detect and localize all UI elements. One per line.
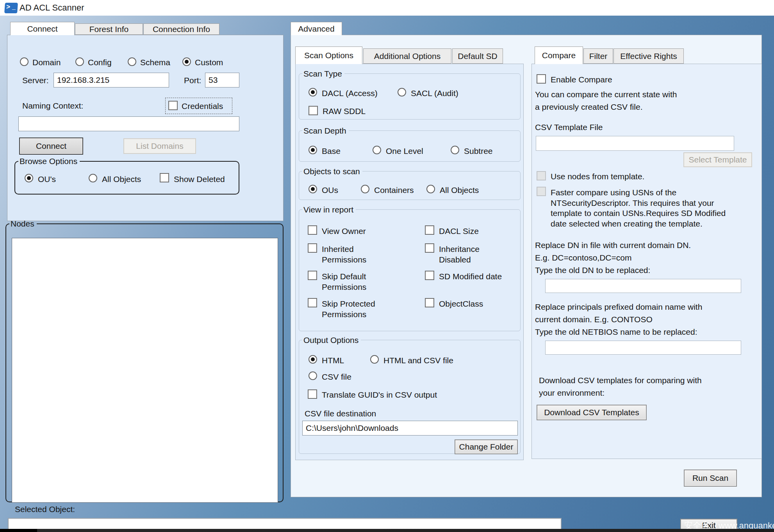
raw-sddl-checkbox[interactable] xyxy=(309,106,318,115)
show-deleted-checkbox[interactable] xyxy=(160,173,169,182)
raw-sddl-label: RAW SDDL xyxy=(323,107,366,116)
scan-type-title: Scan Type xyxy=(302,70,344,78)
tab-compare[interactable]: Compare xyxy=(535,46,583,64)
radio-csv-file-label: CSV file xyxy=(322,372,351,382)
tab-additional-options[interactable]: Additional Options xyxy=(363,48,451,64)
select-template-button-label: Select Template xyxy=(688,155,747,164)
inheritance-disabled-checkbox[interactable] xyxy=(425,243,434,253)
run-scan-button[interactable]: Run Scan xyxy=(684,470,737,487)
skip-default-permissions-checkbox[interactable] xyxy=(308,271,317,280)
naming-context-label: Naming Context: xyxy=(22,101,83,111)
use-nodes-checkbox[interactable] xyxy=(537,171,546,180)
credentials-label: Credentials xyxy=(182,102,223,111)
output-options-group: Output Options HTML HTML and CSV file CS… xyxy=(299,336,521,454)
objectclass-checkbox[interactable] xyxy=(425,298,434,307)
radio-sacl[interactable] xyxy=(398,88,406,96)
radio-all-objects-browse[interactable] xyxy=(89,174,97,182)
radio-schema[interactable] xyxy=(128,57,136,66)
radio-ous-browse-label: OU's xyxy=(38,175,56,184)
radio-ous-scan[interactable] xyxy=(309,185,317,193)
enable-compare-label: Enable Compare xyxy=(551,75,612,84)
tab-connection-info[interactable]: Connection Info xyxy=(143,23,219,35)
old-dn-input[interactable] xyxy=(545,279,741,293)
radio-base[interactable] xyxy=(309,146,317,154)
radio-html[interactable] xyxy=(309,355,317,364)
replace-dn-line3: Type the old DN to be replaced: xyxy=(535,266,650,275)
dacl-size-label: DACL Size xyxy=(439,226,509,237)
select-template-button[interactable]: Select Template xyxy=(683,152,752,167)
tab-scan-options[interactable]: Scan Options xyxy=(295,46,362,64)
radio-csv-file[interactable] xyxy=(309,371,317,380)
compare-intro-line2: a previously created CSV file. xyxy=(535,102,642,112)
use-nodes-label: Use nodes from template. xyxy=(551,172,644,181)
sd-modified-date-label: SD Modified date xyxy=(439,271,517,282)
radio-custom-label: Custom xyxy=(195,58,223,67)
faster-compare-label: Faster compare using USNs of the NTSecur… xyxy=(551,187,733,229)
view-owner-label: View Owner xyxy=(322,226,380,237)
tab-connection-info-label: Connection Info xyxy=(153,25,210,34)
radio-subtree[interactable] xyxy=(451,146,459,154)
replace-netbios-line3: Type the old NETBIOS name to be replaced… xyxy=(535,327,697,337)
advanced-panel: Scan Options Additional Options Default … xyxy=(291,35,762,497)
view-owner-checkbox[interactable] xyxy=(308,225,317,235)
port-label: Port: xyxy=(184,76,201,85)
show-deleted-label: Show Deleted xyxy=(174,175,225,184)
powershell-icon xyxy=(4,3,18,13)
radio-config[interactable] xyxy=(75,57,84,66)
selected-object-input[interactable] xyxy=(8,518,562,530)
radio-dacl-label: DACL (Access) xyxy=(322,89,378,98)
tab-advanced[interactable]: Advanced xyxy=(291,22,342,35)
faster-compare-checkbox[interactable] xyxy=(537,187,546,196)
csv-destination-input[interactable] xyxy=(302,421,518,436)
csv-template-file-input[interactable] xyxy=(536,136,734,151)
list-domains-button[interactable]: List Domains xyxy=(123,138,196,154)
old-netbios-input[interactable] xyxy=(545,341,741,355)
tab-scan-options-label: Scan Options xyxy=(304,51,353,60)
nodes-group: Nodes xyxy=(5,220,284,502)
tab-connect[interactable]: Connect xyxy=(10,22,75,35)
radio-dacl[interactable] xyxy=(309,88,317,96)
credentials-checkbox[interactable] xyxy=(168,101,178,110)
radio-ous-browse[interactable] xyxy=(25,174,33,182)
view-in-report-title: View in report xyxy=(302,205,356,214)
radio-all-objects-scan-label: All Objects xyxy=(440,186,479,195)
connect-panel: Domain Config Schema Custom Server: Port… xyxy=(7,35,284,221)
radio-all-objects-scan[interactable] xyxy=(426,185,435,193)
translate-guids-checkbox[interactable] xyxy=(308,389,317,399)
change-folder-button-label: Change Folder xyxy=(459,442,514,452)
scan-type-group: Scan Type DACL (Access) SACL (Audit) RAW… xyxy=(299,70,521,120)
dacl-size-checkbox[interactable] xyxy=(425,225,434,235)
inherited-permissions-checkbox[interactable] xyxy=(308,243,317,253)
tab-default-sd-label: Default SD xyxy=(458,52,498,61)
connect-button[interactable]: Connect xyxy=(19,137,83,155)
download-csv-templates-button-label: Download CSV Templates xyxy=(544,408,639,417)
port-input[interactable] xyxy=(205,73,239,87)
view-in-report-group: View in report View Owner DACL Size Inhe… xyxy=(299,205,521,331)
scan-depth-group: Scan Depth Base One Level Subtree xyxy=(299,127,521,162)
csv-template-file-label: CSV Template File xyxy=(535,123,603,132)
nodes-treeview[interactable] xyxy=(12,238,278,503)
radio-custom[interactable] xyxy=(182,57,191,66)
nodes-title: Nodes xyxy=(9,220,37,228)
sd-modified-date-checkbox[interactable] xyxy=(425,271,434,280)
replace-dn-line2: E.g. DC=contoso,DC=com xyxy=(535,253,631,262)
naming-context-input[interactable] xyxy=(18,116,239,131)
enable-compare-checkbox[interactable] xyxy=(537,74,546,84)
download-csv-templates-button[interactable]: Download CSV Templates xyxy=(537,405,647,420)
tab-forest-info[interactable]: Forest Info xyxy=(75,23,143,35)
download-templates-line2: your environment: xyxy=(539,388,605,398)
radio-sacl-label: SACL (Audit) xyxy=(411,89,458,98)
skip-protected-permissions-checkbox[interactable] xyxy=(308,298,317,307)
radio-domain[interactable] xyxy=(20,57,29,66)
change-folder-button[interactable]: Change Folder xyxy=(455,439,518,454)
server-input[interactable] xyxy=(54,73,169,87)
radio-containers[interactable] xyxy=(361,185,369,193)
tab-effective-rights[interactable]: Effective Rights xyxy=(613,48,684,64)
radio-one-level[interactable] xyxy=(373,146,381,154)
tab-default-sd[interactable]: Default SD xyxy=(452,48,503,64)
tab-filter[interactable]: Filter xyxy=(583,48,613,64)
radio-html-csv[interactable] xyxy=(370,355,379,364)
translate-guids-label: Translate GUID's in CSV output xyxy=(322,390,437,400)
replace-netbios-line1: Replace principals prefixed domain name … xyxy=(535,302,702,312)
radio-config-label: Config xyxy=(88,58,112,67)
